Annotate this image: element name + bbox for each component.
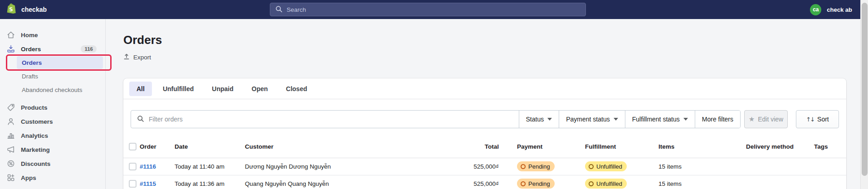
store-name: checkab	[21, 6, 47, 13]
sidebar-item-home[interactable]: Home	[0, 28, 105, 42]
unfulfilled-ring-icon	[589, 164, 594, 169]
order-total: 525,000₫	[473, 163, 499, 170]
main-content: Orders Export All Unfulfilled Unpaid Ope…	[106, 19, 860, 189]
user-menu[interactable]: ca check ab	[810, 0, 852, 19]
column-header-items: Items	[658, 136, 746, 158]
filter-orders-field[interactable]	[131, 111, 519, 128]
user-name: check ab	[827, 6, 852, 13]
chevron-down-icon	[683, 118, 688, 121]
star-icon: ★	[749, 115, 755, 123]
sidebar-item-marketing[interactable]: Marketing	[0, 143, 105, 156]
unfulfilled-ring-icon	[589, 181, 594, 186]
shopify-logo-icon: S	[6, 3, 16, 16]
sort-arrows-icon: ↑↓	[806, 116, 814, 123]
more-filters-button[interactable]: More filters	[695, 111, 740, 128]
tab-unpaid[interactable]: Unpaid	[205, 82, 240, 96]
fulfillment-status-badge: Unfulfilled	[585, 179, 627, 189]
row-checkbox[interactable]	[129, 163, 137, 170]
column-header-date: Date	[175, 136, 245, 158]
orders-table: Order Date Customer Total Payment Fulfil…	[123, 136, 846, 189]
order-customer: Quang Nguyễn Quang Nguyễn	[245, 180, 329, 187]
export-icon	[123, 53, 130, 61]
sidebar-subitem-abandoned-checkouts[interactable]: Abandoned checkouts	[17, 83, 103, 96]
avatar: ca	[810, 4, 821, 15]
tab-closed[interactable]: Closed	[279, 82, 315, 96]
tab-open[interactable]: Open	[244, 82, 275, 96]
marketing-icon	[6, 145, 15, 154]
shopify-admin-orders-page: S checkab ca check ab Home	[0, 0, 868, 189]
global-search[interactable]	[270, 3, 586, 16]
chevron-down-icon	[547, 118, 552, 121]
sidebar-item-customers[interactable]: Customers	[0, 115, 105, 128]
column-header-delivery-method: Delivery method	[746, 136, 814, 158]
order-items-count: 15 items	[658, 180, 682, 187]
column-header-customer: Customer	[245, 136, 412, 158]
payment-status-badge: Pending	[517, 161, 555, 171]
page-title: Orders	[123, 32, 846, 48]
sidebar-item-orders[interactable]: Orders 116	[0, 42, 105, 56]
order-link[interactable]: #1116	[140, 163, 156, 170]
orders-icon	[6, 44, 15, 53]
order-view-tabs: All Unfulfilled Unpaid Open Closed	[123, 78, 846, 99]
search-icon	[275, 5, 283, 14]
payment-status-badge: Pending	[517, 179, 555, 189]
tab-unfulfilled[interactable]: Unfulfilled	[156, 82, 201, 96]
sidebar-subitem-orders[interactable]: Orders	[17, 56, 103, 69]
products-icon	[6, 103, 15, 112]
order-items-count: 15 items	[658, 163, 682, 170]
orders-card: All Unfulfilled Unpaid Open Closed	[123, 78, 846, 189]
sidebar-item-analytics[interactable]: Analytics	[0, 129, 105, 142]
table-header-row: Order Date Customer Total Payment Fulfil…	[123, 136, 846, 158]
order-total: 525,000₫	[473, 180, 499, 187]
topbar: S checkab ca check ab	[0, 0, 860, 19]
payment-status-dropdown[interactable]: Payment status	[559, 111, 625, 128]
column-header-order: Order	[140, 136, 175, 158]
order-date: Today at 11:36 am	[175, 180, 224, 187]
table-row[interactable]: #1116 Today at 11:40 am Dương Nguyễn Dươ…	[123, 158, 846, 175]
status-dropdown[interactable]: Status	[519, 111, 559, 128]
tab-all[interactable]: All	[129, 82, 152, 96]
filter-orders-input[interactable]	[149, 116, 511, 123]
chevron-down-icon	[614, 118, 618, 121]
sidebar-item-discounts[interactable]: Discounts	[0, 157, 105, 170]
column-header-total: Total	[412, 136, 517, 158]
fulfillment-status-dropdown[interactable]: Fulfillment status	[625, 111, 695, 128]
table-row[interactable]: #1115 Today at 11:36 am Quang Nguyễn Qua…	[123, 175, 846, 189]
orders-count-badge: 116	[81, 45, 97, 53]
edit-view-button[interactable]: ★ Edit view	[744, 110, 788, 128]
analytics-icon	[6, 131, 15, 140]
store-logo-link[interactable]: S checkab	[6, 3, 47, 16]
global-search-input[interactable]	[287, 6, 559, 13]
filter-search-icon	[137, 115, 144, 124]
fulfillment-status-badge: Unfulfilled	[585, 161, 627, 171]
sidebar-item-apps[interactable]: Apps	[0, 171, 105, 184]
scrollbar-track[interactable]	[860, 0, 868, 189]
svg-text:S: S	[9, 6, 13, 13]
order-date: Today at 11:40 am	[175, 163, 224, 170]
order-link[interactable]: #1115	[140, 180, 156, 187]
column-header-payment: Payment	[517, 136, 585, 158]
sidebar-item-products[interactable]: Products	[0, 101, 105, 114]
sidebar-subitem-drafts[interactable]: Drafts	[17, 70, 103, 82]
column-header-tags: Tags	[814, 136, 846, 158]
home-icon	[6, 30, 15, 39]
order-customer: Dương Nguyễn Dương Nguyễn	[245, 163, 331, 170]
apps-icon	[6, 173, 15, 182]
discounts-icon	[6, 159, 15, 168]
sidebar-nav: Home Orders 116 Orders Drafts Abandoned …	[0, 19, 106, 189]
scrollbar-thumb[interactable]	[862, 3, 868, 176]
filter-bar: Status Payment status Fulfillment status	[131, 110, 839, 128]
customers-icon	[6, 117, 15, 126]
pending-ring-icon	[521, 181, 526, 186]
select-all-checkbox[interactable]	[129, 143, 137, 150]
export-button[interactable]: Export	[123, 53, 151, 61]
column-header-fulfillment: Fulfillment	[585, 136, 658, 158]
sort-button[interactable]: ↑↓ Sort	[796, 110, 839, 128]
row-checkbox[interactable]	[129, 180, 137, 188]
pending-ring-icon	[521, 164, 526, 169]
